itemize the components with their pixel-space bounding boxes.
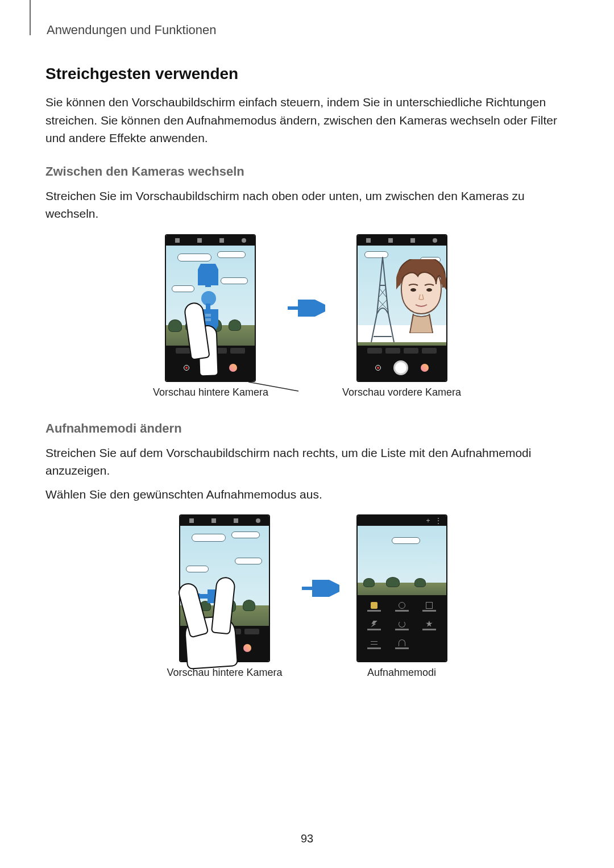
caption-connector-line <box>248 381 300 392</box>
transition-arrow-icon <box>285 234 325 382</box>
caption-shooting-modes: Aufnahmemodi <box>367 667 436 679</box>
page-number: 93 <box>0 832 614 845</box>
selfie-face-illustration <box>396 259 446 333</box>
svg-rect-2 <box>205 280 211 283</box>
figure-row-cameras: Vorschau hintere Kamera <box>45 234 569 398</box>
svg-point-10 <box>410 288 416 292</box>
eiffel-tower-icon <box>369 257 396 342</box>
subsection-text-change-modes-1: Streichen Sie auf dem Vorschaubildschirm… <box>45 444 569 480</box>
svg-line-6 <box>248 382 298 391</box>
illustration-front-camera-preview <box>356 234 447 382</box>
caption-front-camera: Vorschau vordere Kamera <box>342 387 461 398</box>
header-tab-line <box>30 0 31 35</box>
section-title-swipe-gestures: Streichgesten verwenden <box>45 65 569 83</box>
figure-row-modes: Vorschau hintere Kamera + ⋮ <box>45 514 569 679</box>
hand-illustration-two-fingers <box>186 577 272 679</box>
subsection-text-change-modes-2: Wählen Sie den gewünschten Aufnahmemodus… <box>45 485 569 504</box>
subsection-title-switch-cameras: Zwischen den Kameras wechseln <box>45 164 569 179</box>
subsection-text-switch-cameras: Streichen Sie im Vorschaubildschirm nach… <box>45 187 569 223</box>
section-intro: Sie können den Vorschaubildschirm einfac… <box>45 93 569 147</box>
transition-arrow-icon <box>300 514 339 662</box>
hand-illustration <box>187 302 255 399</box>
svg-rect-3 <box>205 284 211 287</box>
svg-point-11 <box>426 288 432 292</box>
breadcrumb: Anwendungen und Funktionen <box>47 23 569 38</box>
illustration-shooting-modes-list: + ⋮ <box>356 514 447 662</box>
subsection-title-change-modes: Aufnahmemodi ändern <box>45 421 569 436</box>
